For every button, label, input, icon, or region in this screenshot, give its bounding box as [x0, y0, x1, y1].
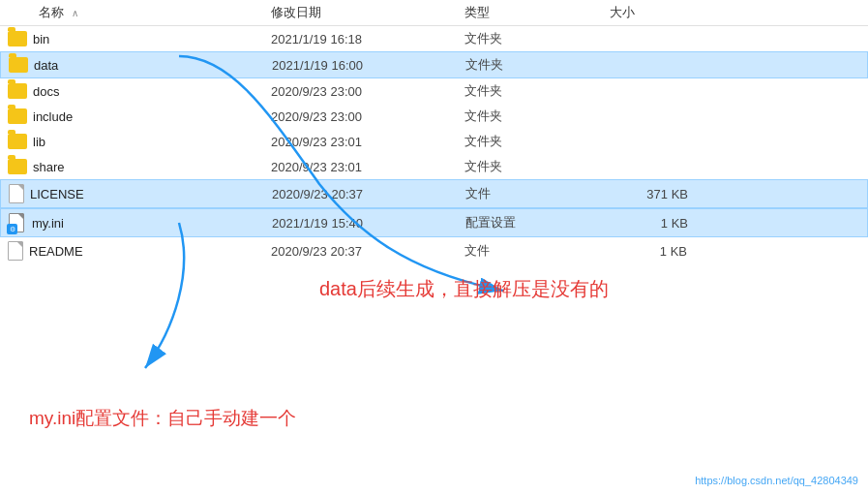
table-row[interactable]: include 2020/9/23 23:00 文件夹 — [0, 104, 868, 129]
myini-annotation: my.ini配置文件：自己手动建一个 — [29, 406, 296, 431]
folder-icon — [8, 159, 27, 174]
folder-icon — [8, 83, 27, 99]
table-row[interactable]: README 2020/9/23 20:37 文件 1 KB — [0, 237, 868, 264]
file-date: 2020/9/23 23:01 — [271, 135, 464, 149]
file-date: 2020/9/23 23:00 — [271, 84, 464, 99]
file-date: 2021/1/19 16:00 — [272, 58, 465, 73]
file-name: include — [33, 109, 73, 124]
table-row[interactable]: data 2021/1/19 16:00 文件夹 — [0, 51, 868, 78]
col-size-header: 大小 — [610, 4, 706, 21]
col-type-header: 类型 — [464, 4, 610, 21]
file-name: data — [34, 58, 58, 73]
file-date: 2020/9/23 20:37 — [272, 187, 465, 201]
file-name: lib — [33, 135, 45, 149]
file-name-cell: docs — [0, 83, 271, 99]
col-date-header: 修改日期 — [271, 4, 464, 21]
file-name: my.ini — [32, 216, 64, 231]
file-date: 2021/1/19 15:40 — [272, 216, 465, 231]
table-row[interactable]: LICENSE 2020/9/23 20:37 文件 371 KB — [0, 179, 868, 208]
file-date: 2021/1/19 16:18 — [271, 32, 464, 46]
file-name: bin — [33, 32, 49, 46]
file-name: docs — [33, 84, 59, 99]
file-name-cell: lib — [0, 134, 271, 149]
folder-icon — [9, 57, 28, 73]
file-name: README — [29, 244, 83, 259]
file-date: 2020/9/23 23:00 — [271, 109, 464, 124]
file-name-cell: LICENSE — [1, 184, 272, 203]
file-size: 371 KB — [611, 187, 707, 201]
ini-file-icon: ⚙ — [9, 213, 26, 232]
file-type: 文件夹 — [464, 158, 610, 175]
folder-icon — [8, 134, 27, 149]
file-size: 1 KB — [610, 244, 706, 259]
table-row[interactable]: ⚙ my.ini 2021/1/19 15:40 配置设置 1 KB — [0, 208, 868, 237]
file-type: 文件夹 — [465, 56, 611, 74]
table-row[interactable]: docs 2020/9/23 23:00 文件夹 — [0, 78, 868, 104]
table-row[interactable]: share 2020/9/23 23:01 文件夹 — [0, 154, 868, 179]
file-explorer: 名称 ∧ 修改日期 类型 大小 bin 2021/1/19 16:18 文件夹 … — [0, 0, 868, 494]
file-name-cell: bin — [0, 31, 271, 46]
file-type: 配置设置 — [465, 214, 611, 232]
file-name-cell: include — [0, 108, 271, 124]
file-type: 文件 — [464, 242, 610, 260]
file-name-cell: data — [1, 57, 272, 73]
file-type: 文件夹 — [464, 30, 610, 47]
file-name-cell: ⚙ my.ini — [1, 213, 272, 232]
folder-icon — [8, 108, 27, 124]
file-type: 文件夹 — [464, 133, 610, 150]
col-name-header: 名称 ∧ — [0, 4, 271, 21]
sort-arrow: ∧ — [72, 8, 78, 18]
watermark: https://blog.csdn.net/qq_42804349 — [695, 475, 858, 486]
file-list: bin 2021/1/19 16:18 文件夹 data 2021/1/19 1… — [0, 26, 868, 264]
file-size: 1 KB — [611, 216, 707, 231]
file-name: LICENSE — [30, 187, 84, 201]
file-date: 2020/9/23 20:37 — [271, 244, 464, 259]
file-type: 文件夹 — [464, 108, 610, 125]
file-icon — [8, 241, 23, 261]
folder-icon — [8, 31, 27, 46]
file-name: share — [33, 160, 65, 174]
table-header: 名称 ∧ 修改日期 类型 大小 — [0, 0, 868, 26]
file-type: 文件夹 — [464, 82, 610, 100]
file-name-cell: README — [0, 241, 271, 261]
file-icon — [9, 184, 24, 203]
data-annotation: data后续生成，直接解压是没有的 — [319, 276, 609, 302]
file-type: 文件 — [465, 185, 611, 202]
file-name-cell: share — [0, 159, 271, 174]
table-row[interactable]: bin 2021/1/19 16:18 文件夹 — [0, 26, 868, 51]
file-date: 2020/9/23 23:01 — [271, 160, 464, 174]
table-row[interactable]: lib 2020/9/23 23:01 文件夹 — [0, 129, 868, 154]
